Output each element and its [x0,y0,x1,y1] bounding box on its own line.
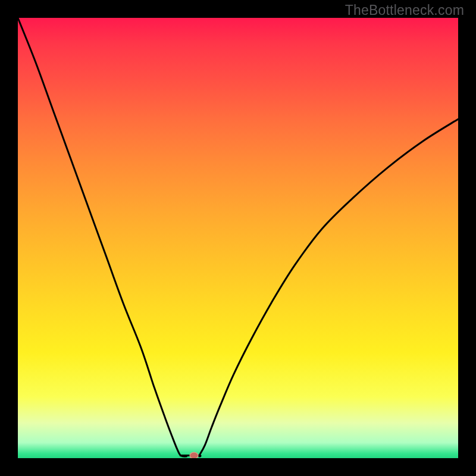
curve-overlay [18,18,458,458]
plot-area [18,18,458,458]
chart-frame: TheBottleneck.com [0,0,476,476]
watermark-text: TheBottleneck.com [345,2,464,18]
bottleneck-curve [18,18,458,456]
marker-dot [190,452,198,458]
